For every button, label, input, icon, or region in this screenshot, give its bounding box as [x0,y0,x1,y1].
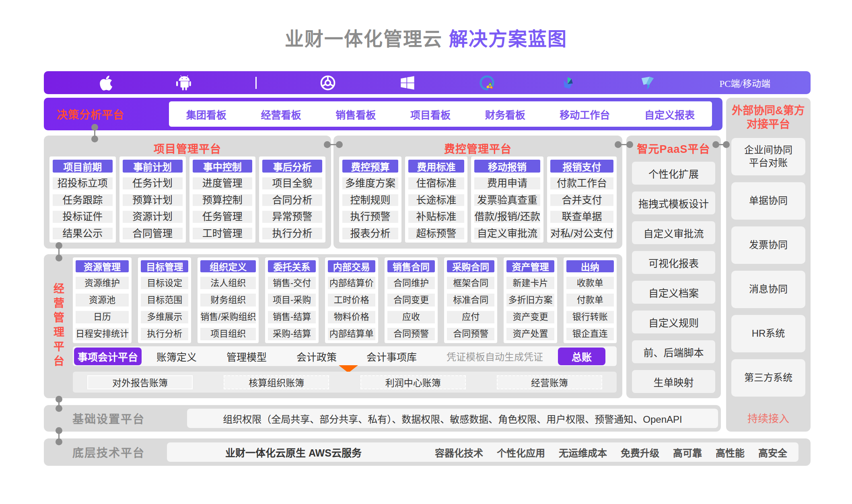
module-column: 资产管理新建卡片多折旧方案资产变更资产处置 [504,257,557,343]
decision-platform-title: 决策分析平台 [57,98,124,130]
column-item: 超标预警 [408,228,464,240]
continuous-access-label: 持续接入 [726,410,811,425]
accounting-item: 会计政策 [296,349,337,364]
ledger-item: 核算组织账簿 [224,375,329,389]
column-item: 法人组织 [200,277,256,289]
section-title: 外部协同&第方 对接平台 [726,104,811,132]
project-management-section: 项目管理平台 项目前期招投标立项任务跟踪投标证件结果公示事前计划任务计划预算计划… [44,136,331,249]
column-item: 物料价格 [328,311,375,323]
external-item: 发票协同 [731,226,805,264]
apple-icon [98,74,113,92]
column-item: 投标证件 [53,211,113,223]
column-item: 任务管理 [193,211,253,223]
chrome-icon [319,74,336,92]
title-main: 业财一体化管理云 [285,28,442,49]
column-item: 合同管理 [123,228,183,240]
general-ledger-label: 总账 [558,348,605,365]
module-column: 目标管理目标设定目标范围多维展示执行分析 [138,257,191,343]
dashboard-item: 销售看板 [335,107,376,121]
module-column: 销售合同合同维护合同变更应收合同预警 [385,257,438,343]
infra-feature: 无运维成本 [559,445,607,459]
column-item: 项目-采购 [268,294,315,306]
column-header: 内部交易 [328,260,375,272]
column-item: 收款单 [566,277,614,289]
column-item: 资源维护 [76,277,129,289]
module-column: 事中控制进度管理预算控制任务管理工时管理 [189,156,256,243]
title-accent: 解决方案蓝图 [449,28,567,49]
module-column: 组织定义法人组织财务组织销售/采购组织项目组织 [198,257,259,343]
event-accounting-bar: 事项会计平台 账簿定义 管理模型 会计政策 会计事项库 凭证模板自动生成凭证 总… [73,346,617,366]
voucher-template-note: 凭证模板自动生成凭证 [447,349,543,363]
column-item: 资产处置 [506,328,554,340]
column-header: 移动报销 [474,160,540,173]
module-column: 报销支付付款工作台合并支付联查单据对私/对公支付 [547,156,617,243]
kingdee-icon [559,74,576,92]
accounting-item: 会计事项库 [366,349,417,364]
page-title: 业财一体化管理云解决方案蓝图 [0,23,852,51]
divider [255,77,257,89]
column-item: 工时价格 [328,294,375,306]
operation-columns: 资源管理资源维护资源池日历日程安排统计目标管理目标设定目标范围多维展示执行分析组… [73,257,617,343]
column-item: 联查单据 [550,211,613,223]
infra-feature: 高安全 [758,445,787,459]
expense-columns: 费控预算多维度方案控制规则执行预警报表分析费用标准住宿标准长途标准补贴标准超标预… [339,156,617,243]
column-item: 项目全貌 [262,177,322,189]
foundation-content: 组织权限（全局共享、部分共享、私有）、数据权限、敏感数据、角色权限、用户权限、预… [187,409,718,428]
section-title: 基础设置平台 [72,405,145,432]
dashboard-item: 自定义报表 [644,107,695,121]
infra-feature: 高可靠 [673,445,702,459]
column-item: 内部结算价 [328,277,375,289]
column-header: 销售合同 [387,260,435,272]
operation-management-section: 经营管理平台 资源管理资源维护资源池日历日程安排统计目标管理目标设定目标范围多维… [44,254,622,398]
column-item: 项目组织 [200,328,256,340]
column-item: 销售-交付 [268,277,315,289]
ledger-item: 经营账簿 [497,375,602,389]
column-item: 合同预警 [447,328,494,340]
module-column: 事后分析项目全貌合同分析异常预警执行分析 [259,156,325,243]
column-item: 执行预警 [342,211,398,223]
infra-content: 业财一体化云原生 AWS云服务 容器化技术个性化应用无运维成本免费升级高可靠高性… [167,442,798,462]
column-item: 销售-结算 [268,311,315,323]
column-item: 任务跟踪 [53,194,113,206]
external-item: 企业间协同 平台对账 [731,138,805,175]
column-item: 多折旧方案 [506,294,554,306]
connector-line [58,430,60,442]
connector-line [58,245,60,258]
dashboard-item: 集团看板 [186,107,226,121]
column-item: 结果公示 [53,228,113,240]
column-header: 资源管理 [76,260,129,272]
ledger-item: 对外报告账簿 [87,375,193,389]
column-item: 补贴标准 [408,211,464,223]
cloud-native-label: 业财一体化云原生 AWS云服务 [225,445,362,459]
column-item: 自定义审批流 [474,228,540,240]
external-item: 消息协同 [731,271,805,308]
project-columns: 项目前期招投标立项任务跟踪投标证件结果公示事前计划任务计划预算计划资源计划合同管… [49,156,325,243]
column-item: 新建卡片 [506,277,554,289]
foundation-settings-section: 基础设置平台 组织权限（全局共享、部分共享、私有）、数据权限、敏感数据、角色权限… [44,405,721,432]
external-item: 第三方系统 [731,359,805,397]
column-item: 工时管理 [193,228,253,240]
module-column: 项目前期招投标立项任务跟踪投标证件结果公示 [49,156,116,243]
dashboard-item: 经营看板 [261,107,301,121]
infra-tech-section: 底层技术平台 业财一体化云原生 AWS云服务 容器化技术个性化应用无运维成本免费… [44,438,811,466]
column-item: 付款工作台 [550,177,613,189]
module-column: 事前计划任务计划预算计划资源计划合同管理 [119,156,186,243]
column-item: 合同维护 [387,277,435,289]
paas-item: 拖拽式模板设计 [632,191,715,214]
connector-line [618,144,630,145]
column-header: 目标管理 [141,260,188,272]
column-item: 银企直连 [566,328,614,340]
column-item: 多维度方案 [342,177,398,189]
infra-feature: 高性能 [716,445,745,459]
column-item: 销售/采购组织 [200,311,256,323]
ledger-bar: 对外报告账簿核算组织账簿利润中心账簿经营账簿 [73,372,617,393]
dashboard-item: 财务看板 [485,107,525,121]
section-title: 费控管理平台 [333,140,622,156]
section-title: 底层技术平台 [72,438,145,466]
column-item: 预算计划 [123,194,183,206]
column-item: 合同变更 [387,294,435,306]
module-column: 费用标准住宿标准长途标准补贴标准超标预警 [405,156,467,243]
windows-icon [399,74,416,92]
column-item: 执行分析 [141,328,188,340]
column-header: 报销支付 [550,160,613,173]
